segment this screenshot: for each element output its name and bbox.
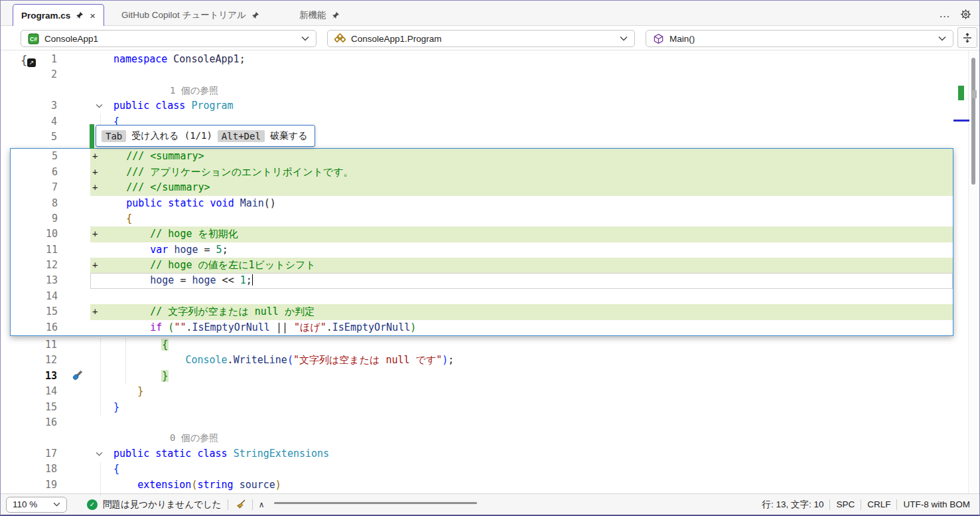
line-number: 3 <box>1 98 57 114</box>
diff-plus-marker: + <box>90 226 102 242</box>
pin-icon[interactable] <box>331 11 340 20</box>
diff-plus-marker: + <box>90 149 102 164</box>
line-number: 14 <box>11 289 58 304</box>
codelens-references[interactable]: 1 個の参照 <box>170 83 218 98</box>
problems-status[interactable]: 問題は見つかりませんでした <box>103 499 222 511</box>
indentation-mode[interactable]: SPC <box>836 499 855 509</box>
project-name: ConsoleApp1 <box>44 34 98 44</box>
vertical-scrollbar[interactable] <box>968 50 979 495</box>
line-number <box>1 83 57 98</box>
member-dropdown[interactable]: Main() <box>646 30 953 47</box>
collapse-up-icon[interactable]: ∧ <box>259 500 265 509</box>
code-line: 12 Console.WriteLine("文字列は空または null です")… <box>1 353 979 368</box>
added-line: + /// </summary> <box>90 180 953 195</box>
vs-window: Program.cs × GitHub Copilot チュートリアル 新機能 … <box>0 0 980 516</box>
line-number: 15 <box>1 400 57 415</box>
gutter-gap <box>58 165 90 180</box>
code-section-bottom: 11 {12 Console.WriteLine("文字列は空または null … <box>1 337 979 495</box>
tab-label: Program.cs <box>21 11 70 21</box>
suggestion-row: 9 { <box>11 211 953 226</box>
line-number: 5 <box>1 129 57 145</box>
glyph-margin <box>57 98 113 114</box>
added-line: + // hoge の値を左に1ビットシフト <box>90 258 953 273</box>
line-number: 12 <box>11 258 58 273</box>
tab-whats-new[interactable]: 新機能 <box>291 5 348 26</box>
divider <box>252 499 253 510</box>
tab-copilot-tutorial[interactable]: GitHub Copilot チュートリアル <box>113 5 267 26</box>
copilot-suggestion-box[interactable]: 5+ /// <summary>6+ /// アプリケーションのエントリポイント… <box>10 148 953 336</box>
line-number: 2 <box>1 67 57 82</box>
line-ending[interactable]: CRLF <box>867 499 890 509</box>
accept-key-badge: Tab <box>102 130 126 142</box>
line-number: 7 <box>11 180 58 195</box>
code-line: 11 { <box>1 337 979 353</box>
quick-actions-screwdriver-icon[interactable] <box>70 368 85 383</box>
codelens-references[interactable]: 0 個の参照 <box>170 430 218 446</box>
code-text: /// <summary> <box>102 149 204 164</box>
line-number: 13 <box>11 273 58 288</box>
glyph-margin <box>57 67 113 82</box>
method-icon <box>653 33 664 44</box>
code-text: namespace ConsoleApp1; <box>113 52 245 67</box>
copilot-diff-rows: 5+ /// <summary>6+ /// アプリケーションのエントリポイント… <box>11 149 953 335</box>
vertical-scrollbar-thumb[interactable] <box>971 58 975 185</box>
close-icon[interactable]: × <box>90 10 96 21</box>
code-editor[interactable]: 1namespace ConsoleApp1;21 個の参照3public cl… <box>1 50 979 495</box>
check-circle-icon: ✓ <box>87 499 98 510</box>
glyph-margin <box>57 415 113 430</box>
fold-chevron-icon[interactable] <box>96 104 103 108</box>
suggestion-row: 6+ /// アプリケーションのエントリポイントです。 <box>11 165 953 180</box>
line-number: 16 <box>1 415 57 430</box>
copilot-accept-tooltip[interactable]: Tab 受け入れる (1/1) Alt+Del 破棄する <box>96 125 315 147</box>
indent-guide <box>125 338 126 385</box>
added-line: + /// アプリケーションのエントリポイントです。 <box>90 165 953 180</box>
member-name: Main() <box>669 34 695 44</box>
chevron-down-icon <box>301 36 309 41</box>
code-text: /// </summary> <box>102 180 210 195</box>
suggestion-row: 5+ /// <summary> <box>11 149 953 164</box>
ellipsis-icon[interactable]: … <box>939 7 951 21</box>
line-number <box>1 430 57 446</box>
file-encoding[interactable]: UTF-8 with BOM <box>903 499 970 509</box>
pin-icon[interactable] <box>75 11 84 20</box>
code-line: 15} <box>1 400 979 415</box>
broom-icon[interactable] <box>234 499 246 511</box>
code-text: var hoge = 5; <box>102 242 228 258</box>
pin-icon[interactable] <box>251 11 259 20</box>
suggestion-row: 16 if ("".IsEmptyOrNull || "ほげ".IsEmptyO… <box>11 320 953 335</box>
diff-plus-marker: + <box>90 304 102 319</box>
gear-icon[interactable] <box>960 9 971 20</box>
code-suggestion-margin-icon[interactable]: {↗ <box>21 54 40 68</box>
glyph-margin <box>57 462 113 477</box>
code-text: // 文字列が空または null か判定 <box>102 304 315 319</box>
code-text: // hoge の値を左に1ビットシフト <box>102 258 316 273</box>
code-text: hoge = hoge << 1; <box>102 273 253 288</box>
line-number: 12 <box>1 353 57 368</box>
code-line: 1namespace ConsoleApp1; <box>1 52 979 67</box>
type-name: ConsoleApp1.Program <box>351 34 442 44</box>
added-line: + /// <summary> <box>90 149 953 164</box>
gutter-gap <box>58 180 90 195</box>
caret-position[interactable]: 行: 13, 文字: 10 <box>762 499 823 511</box>
diff-marker-empty <box>90 196 102 211</box>
navigation-bar: C# ConsoleApp1 ConsoleApp1.Program <box>1 26 979 50</box>
zoom-select[interactable]: 110 % <box>6 497 67 513</box>
csharp-project-icon: C# <box>28 33 39 44</box>
split-editor-button[interactable] <box>957 27 977 48</box>
codelens-line: 0 個の参照 <box>1 430 979 446</box>
scrollbar-caret-mark <box>953 120 969 122</box>
indent-guide <box>100 338 101 416</box>
project-dropdown[interactable]: C# ConsoleApp1 <box>21 30 316 47</box>
code-text: Console.WriteLine("文字列は空または null です"); <box>113 353 454 368</box>
chevron-down-icon <box>620 36 628 41</box>
divider <box>228 499 228 510</box>
fold-chevron-icon[interactable] <box>96 452 103 456</box>
gutter-gap <box>58 304 90 319</box>
code-text: if ("".IsEmptyOrNull || "ほげ".IsEmptyOrNu… <box>102 320 416 335</box>
indent-guide <box>100 462 101 495</box>
glyph-margin <box>57 430 113 446</box>
horizontal-scrollbar-thumb[interactable] <box>274 502 477 504</box>
type-dropdown[interactable]: ConsoleApp1.Program <box>327 30 635 47</box>
glyph-margin <box>57 384 113 399</box>
tab-program-cs[interactable]: Program.cs × <box>13 4 104 26</box>
